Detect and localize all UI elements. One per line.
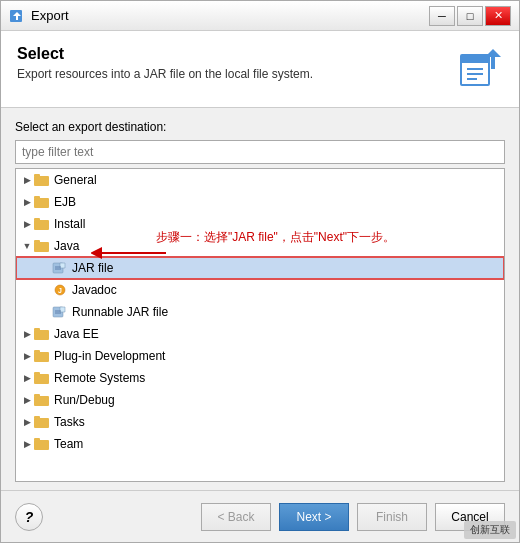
- svg-rect-17: [34, 240, 40, 243]
- svg-rect-30: [34, 352, 49, 362]
- tree-container[interactable]: 步骤一：选择"JAR file"，点击"Next"下一步。 ▶ General▶: [15, 168, 505, 482]
- toggle-tasks[interactable]: ▶: [20, 415, 34, 429]
- footer-right: < Back Next > Finish Cancel: [201, 503, 505, 531]
- folder-icon-remote: [34, 371, 50, 385]
- header-section: Select Export resources into a JAR file …: [1, 31, 519, 108]
- next-button[interactable]: Next >: [279, 503, 349, 531]
- svg-rect-39: [34, 438, 40, 441]
- svg-rect-37: [34, 416, 40, 419]
- tree-item-remote[interactable]: ▶ Remote Systems: [16, 367, 504, 389]
- svg-rect-11: [34, 174, 40, 177]
- header-icon: [455, 45, 503, 93]
- toggle-plugin-dev[interactable]: ▶: [20, 349, 34, 363]
- item-label-install: Install: [54, 217, 85, 231]
- svg-text:J: J: [58, 287, 62, 294]
- folder-icon-plugin-dev: [34, 349, 50, 363]
- item-label-remote: Remote Systems: [54, 371, 145, 385]
- item-label-general: General: [54, 173, 97, 187]
- header-title: Select: [17, 45, 313, 63]
- title-bar: Export ─ □ ✕: [1, 1, 519, 31]
- tree-item-runnable-jar[interactable]: Runnable JAR file: [16, 301, 504, 323]
- svg-rect-31: [34, 350, 40, 353]
- toggle-ejb[interactable]: ▶: [20, 195, 34, 209]
- title-bar-left: Export: [9, 8, 69, 24]
- toggle-team[interactable]: ▶: [20, 437, 34, 451]
- folder-icon-java-ee: [34, 327, 50, 341]
- folder-icon-java: [34, 239, 50, 253]
- svg-rect-32: [34, 374, 49, 384]
- body-section: Select an export destination: 步骤一：选择"JAR…: [1, 108, 519, 490]
- svg-rect-12: [34, 198, 49, 208]
- item-label-team: Team: [54, 437, 83, 451]
- toggle-rundebug[interactable]: ▶: [20, 393, 34, 407]
- footer-left: ?: [15, 503, 43, 531]
- folder-icon-ejb: [34, 195, 50, 209]
- folder-icon-rundebug: [34, 393, 50, 407]
- export-window-icon: [9, 8, 25, 24]
- tree-item-jar-file[interactable]: JAR file: [16, 257, 504, 279]
- toggle-install[interactable]: ▶: [20, 217, 34, 231]
- finish-button[interactable]: Finish: [357, 503, 427, 531]
- tree-item-plugin-dev[interactable]: ▶ Plug-in Development: [16, 345, 504, 367]
- toggle-general[interactable]: ▶: [20, 173, 34, 187]
- item-label-jar-file: JAR file: [72, 261, 113, 275]
- tree-item-tasks[interactable]: ▶ Tasks: [16, 411, 504, 433]
- tree-items-container: ▶ General▶ EJB▶ Install▼ Java JAR file J…: [16, 169, 504, 455]
- toggle-java[interactable]: ▼: [20, 239, 34, 253]
- toggle-java-ee[interactable]: ▶: [20, 327, 34, 341]
- item-label-tasks: Tasks: [54, 415, 85, 429]
- tree-item-install[interactable]: ▶ Install: [16, 213, 504, 235]
- tree-item-java[interactable]: ▼ Java: [16, 235, 504, 257]
- item-label-javadoc: Javadoc: [72, 283, 117, 297]
- svg-rect-28: [34, 330, 49, 340]
- svg-rect-36: [34, 418, 49, 428]
- svg-rect-29: [34, 328, 40, 331]
- toggle-runnable-jar[interactable]: [38, 305, 52, 319]
- header-text: Select Export resources into a JAR file …: [17, 45, 313, 81]
- title-bar-controls: ─ □ ✕: [429, 6, 511, 26]
- svg-rect-16: [34, 242, 49, 252]
- footer-section: ? < Back Next > Finish Cancel: [1, 490, 519, 542]
- svg-rect-38: [34, 440, 49, 450]
- svg-rect-3: [461, 55, 489, 63]
- jar-icon-jar-file: [52, 261, 68, 275]
- toggle-remote[interactable]: ▶: [20, 371, 34, 385]
- folder-icon-team: [34, 437, 50, 451]
- export-icon: [457, 47, 501, 91]
- back-button[interactable]: < Back: [201, 503, 271, 531]
- tree-item-javadoc[interactable]: J Javadoc: [16, 279, 504, 301]
- item-label-plugin-dev: Plug-in Development: [54, 349, 165, 363]
- svg-rect-14: [34, 220, 49, 230]
- folder-icon-general: [34, 173, 50, 187]
- folder-icon-install: [34, 217, 50, 231]
- javadoc-icon-javadoc: J: [52, 283, 68, 297]
- tree-item-java-ee[interactable]: ▶ Java EE: [16, 323, 504, 345]
- item-label-rundebug: Run/Debug: [54, 393, 115, 407]
- toggle-javadoc[interactable]: [38, 283, 52, 297]
- tree-item-ejb[interactable]: ▶ EJB: [16, 191, 504, 213]
- tree-item-rundebug[interactable]: ▶ Run/Debug: [16, 389, 504, 411]
- item-label-java: Java: [54, 239, 79, 253]
- export-window: Export ─ □ ✕ Select Export resources int…: [0, 0, 520, 543]
- jar-icon-runnable-jar: [52, 305, 68, 319]
- minimize-button[interactable]: ─: [429, 6, 455, 26]
- svg-rect-34: [34, 396, 49, 406]
- filter-input[interactable]: [15, 140, 505, 164]
- svg-rect-10: [34, 176, 49, 186]
- maximize-button[interactable]: □: [457, 6, 483, 26]
- svg-rect-33: [34, 372, 40, 375]
- item-label-runnable-jar: Runnable JAR file: [72, 305, 168, 319]
- svg-rect-13: [34, 196, 40, 199]
- tree-item-team[interactable]: ▶ Team: [16, 433, 504, 455]
- window-title: Export: [31, 8, 69, 23]
- svg-rect-15: [34, 218, 40, 221]
- item-label-ejb: EJB: [54, 195, 76, 209]
- folder-icon-tasks: [34, 415, 50, 429]
- tree-item-general[interactable]: ▶ General: [16, 169, 504, 191]
- toggle-jar-file[interactable]: [38, 261, 52, 275]
- item-label-java-ee: Java EE: [54, 327, 99, 341]
- cancel-button[interactable]: Cancel: [435, 503, 505, 531]
- export-dest-label: Select an export destination:: [15, 120, 505, 134]
- close-button[interactable]: ✕: [485, 6, 511, 26]
- help-button[interactable]: ?: [15, 503, 43, 531]
